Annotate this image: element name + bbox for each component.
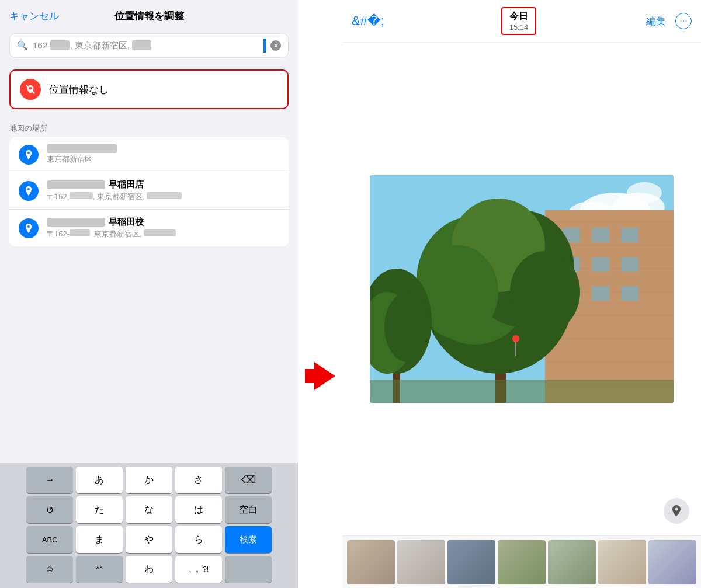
strip-thumbnail[interactable] xyxy=(397,540,445,584)
key-sa[interactable]: さ xyxy=(175,467,222,493)
key-ya[interactable]: や xyxy=(126,526,172,553)
keyboard-row-1: → あ か さ ⌫ xyxy=(2,467,296,493)
svg-point-45 xyxy=(512,335,519,342)
svg-point-2 xyxy=(29,87,32,90)
arrow-head xyxy=(314,362,335,390)
key-space[interactable]: 空白 xyxy=(225,496,272,523)
key-abc[interactable]: ABC xyxy=(26,526,73,553)
keyboard-row-3: ABC ま や ら 検索 xyxy=(2,526,296,553)
floating-action-button[interactable] xyxy=(664,498,689,524)
delete-icon: ⌫ xyxy=(241,474,256,486)
strip-thumbnail[interactable] xyxy=(548,540,596,584)
strip-thumbnail[interactable] xyxy=(347,540,395,584)
keyboard: → あ か さ ⌫ ↺ た な は 空白 ABC ま や ら 検索 ☺ ^^ xyxy=(0,463,298,588)
location-list: 東京都新宿区 早稲田店 〒162- , 東京都新宿区, xyxy=(9,137,289,246)
key-undo[interactable]: ↺ xyxy=(26,496,73,523)
photo-main-area xyxy=(342,43,701,535)
back-button[interactable]: &#�; xyxy=(352,13,384,29)
key-placeholder xyxy=(225,556,272,583)
key-ta[interactable]: た xyxy=(76,496,123,523)
arrow-tail xyxy=(305,369,314,383)
more-button[interactable]: ··· xyxy=(675,13,692,29)
location-pin-icon xyxy=(19,181,39,201)
key-ma[interactable]: ま xyxy=(76,526,123,553)
page-title: 位置情報を調整 xyxy=(114,9,184,23)
location-name: 早稲田店 xyxy=(47,179,279,190)
location-info: 早稲田店 〒162- , 東京都新宿区, xyxy=(47,179,279,202)
no-location-item[interactable]: 位置情報なし xyxy=(9,69,289,109)
search-clear-button[interactable]: ✕ xyxy=(270,40,281,51)
strip-thumbnail[interactable] xyxy=(598,540,646,584)
key-a[interactable]: あ xyxy=(76,467,123,493)
photo-nav-title-box: 今日 15:14 xyxy=(501,7,537,35)
location-pin-icon xyxy=(19,218,39,238)
blurred-text-1 xyxy=(50,40,70,50)
list-item[interactable]: 早稲田校 〒162- 東京都新宿区, xyxy=(9,210,289,246)
keyboard-row-4: ☺ ^^ わ 、。?! xyxy=(2,556,296,583)
key-emoji[interactable]: ☺ xyxy=(26,556,73,583)
key-arrow[interactable]: → xyxy=(26,467,73,493)
svg-point-39 xyxy=(510,251,580,333)
photo-nav-title-wrap: 今日 15:14 xyxy=(391,7,646,35)
svg-rect-44 xyxy=(370,380,674,403)
keyboard-row-2: ↺ た な は 空白 xyxy=(2,496,296,523)
search-text: 162- , 東京都新宿区, xyxy=(33,40,259,51)
photo-nav-bar: &#�; 今日 15:14 編集 ··· xyxy=(342,0,701,43)
photo-strip xyxy=(342,535,701,588)
key-ka[interactable]: か xyxy=(126,467,172,493)
list-item[interactable]: 東京都新宿区 xyxy=(9,137,289,172)
arrow-section xyxy=(298,0,342,588)
search-bar[interactable]: 🔍 162- , 東京都新宿区, ✕ xyxy=(9,33,289,58)
photo-image xyxy=(370,175,674,403)
location-pin-icon xyxy=(19,145,39,165)
key-search[interactable]: 検索 xyxy=(225,526,272,553)
location-name: 早稲田校 xyxy=(47,217,279,228)
svg-rect-32 xyxy=(621,286,638,301)
strip-thumbnail[interactable] xyxy=(648,540,696,584)
left-panel: キャンセル 位置情報を調整 🔍 162- , 東京都新宿区, ✕ 位置情報なし … xyxy=(0,0,298,588)
location-name xyxy=(47,144,279,153)
strip-thumbnail[interactable] xyxy=(447,540,495,584)
location-info: 早稲田校 〒162- 東京都新宿区, xyxy=(47,217,279,239)
key-punct[interactable]: 、。?! xyxy=(175,556,222,583)
blurred-location-name xyxy=(47,144,117,153)
blurred-location-name-3 xyxy=(47,218,105,227)
location-sub: 〒162- 東京都新宿区, xyxy=(47,229,279,239)
no-location-icon xyxy=(20,79,41,100)
svg-point-43 xyxy=(384,292,431,362)
strip-thumbnail[interactable] xyxy=(498,540,546,584)
key-ha[interactable]: は xyxy=(175,496,222,523)
delete-key[interactable]: ⌫ xyxy=(225,467,272,493)
svg-rect-25 xyxy=(592,228,609,242)
svg-rect-31 xyxy=(592,286,609,301)
location-sub: 〒162- , 東京都新宿区, xyxy=(47,192,279,202)
svg-rect-28 xyxy=(592,257,609,272)
key-wa[interactable]: わ xyxy=(126,556,172,583)
nav-bar: キャンセル 位置情報を調整 xyxy=(0,0,298,29)
svg-rect-29 xyxy=(621,257,638,272)
cursor-divider xyxy=(263,39,266,53)
key-na[interactable]: な xyxy=(126,496,172,523)
key-ra[interactable]: ら xyxy=(175,526,222,553)
cancel-button[interactable]: キャンセル xyxy=(9,9,59,23)
no-location-label: 位置情報なし xyxy=(49,83,109,96)
edit-button[interactable]: 編集 xyxy=(646,15,666,28)
blurred-location-name-2 xyxy=(47,180,105,189)
list-item[interactable]: 早稲田店 〒162- , 東京都新宿区, xyxy=(9,172,289,210)
right-panel: &#�; 今日 15:14 編集 ··· xyxy=(342,0,701,588)
blurred-text-2 xyxy=(132,40,151,50)
photo-nav-title: 今日 xyxy=(509,11,529,23)
photo-nav-time: 15:14 xyxy=(509,23,529,32)
search-icon: 🔍 xyxy=(17,40,28,51)
right-panel-wrapper: &#�; 今日 15:14 編集 ··· xyxy=(342,0,701,588)
location-sub: 東京都新宿区 xyxy=(47,154,279,165)
location-info: 東京都新宿区 xyxy=(47,144,279,165)
svg-point-7 xyxy=(627,182,662,203)
svg-rect-26 xyxy=(621,228,638,242)
key-kana[interactable]: ^^ xyxy=(76,556,123,583)
photo-nav-actions: 編集 ··· xyxy=(646,13,692,29)
map-section-label: 地図の場所 xyxy=(9,123,289,134)
